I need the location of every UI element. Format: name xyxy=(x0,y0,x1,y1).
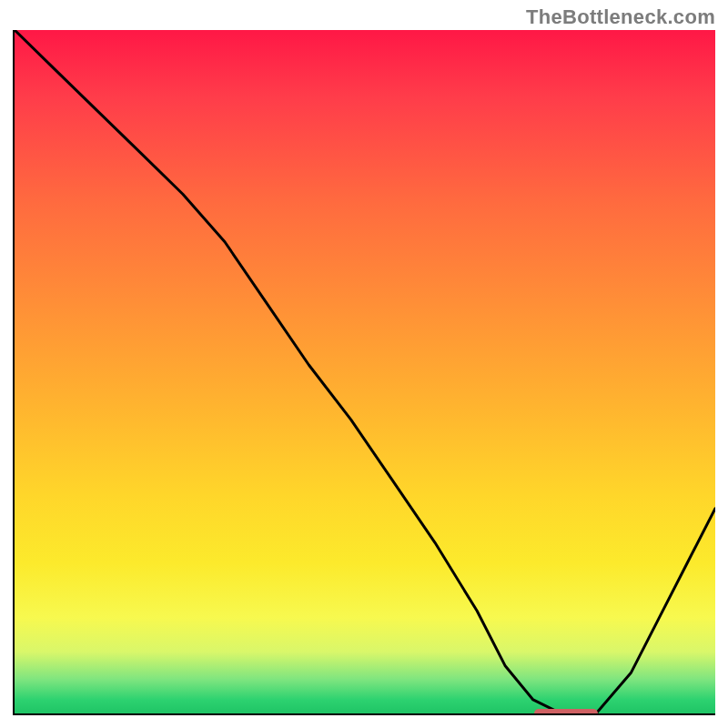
bottleneck-curve xyxy=(15,30,715,713)
curve-svg xyxy=(15,30,715,713)
optimum-marker xyxy=(534,709,597,715)
chart-container: TheBottleneck.com xyxy=(0,0,728,728)
plot-area xyxy=(13,30,715,715)
watermark-text: TheBottleneck.com xyxy=(526,5,715,29)
